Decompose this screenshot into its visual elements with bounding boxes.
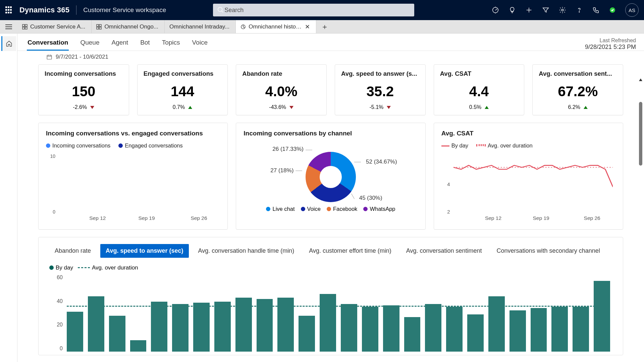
metric-tab-active[interactable]: Avg. speed to answer (sec) bbox=[100, 244, 189, 258]
report-tabs: Conversation Queue Agent Bot Topics Voic… bbox=[27, 35, 208, 51]
menu-toggle[interactable] bbox=[0, 20, 17, 33]
session-tab[interactable]: Omnichannel Intraday... bbox=[165, 20, 236, 33]
svg-point-8 bbox=[579, 12, 580, 12]
kpi-title: Abandon rate bbox=[242, 70, 320, 77]
session-tab[interactable]: Omnichannel Ongo... bbox=[92, 20, 165, 33]
metric-tab[interactable]: Avg. customer effort time (min) bbox=[304, 244, 396, 258]
kpi-title: Incoming conversations bbox=[45, 70, 123, 77]
legend-line-icon bbox=[441, 145, 449, 146]
kpi-value: 4.4 bbox=[440, 83, 518, 100]
bar-chart: 60 40 20 0 bbox=[49, 275, 612, 352]
report-tab-bot[interactable]: Bot bbox=[140, 35, 151, 51]
scroll-thumb[interactable] bbox=[639, 102, 642, 166]
hamburger-icon bbox=[5, 24, 12, 29]
search-input[interactable] bbox=[224, 7, 410, 14]
report-tab-topics[interactable]: Topics bbox=[161, 35, 181, 51]
last-refreshed-label: Last Refreshed bbox=[585, 38, 636, 44]
chart-card-line[interactable]: Avg. CSAT By day Avg. over duration . 4 … bbox=[434, 123, 623, 230]
report-tab-queue[interactable]: Queue bbox=[79, 35, 100, 51]
kpi-title: Avg. conversation sent... bbox=[539, 70, 617, 77]
svg-rect-9 bbox=[22, 24, 24, 26]
scroll-up-icon[interactable] bbox=[639, 78, 642, 81]
tab-label: Omnichannel historical a... bbox=[249, 23, 302, 30]
kpi-row: Incoming conversations 150 -2.6% Engaged… bbox=[38, 64, 623, 115]
plus-icon[interactable] bbox=[525, 6, 533, 14]
report-tab-conversation[interactable]: Conversation bbox=[27, 35, 69, 51]
help-icon[interactable] bbox=[576, 6, 583, 14]
arrow-down-icon bbox=[289, 106, 293, 109]
user-avatar[interactable]: AS bbox=[625, 3, 639, 17]
svg-rect-15 bbox=[97, 27, 99, 29]
svg-rect-16 bbox=[99, 27, 101, 29]
app-launcher-icon[interactable] bbox=[5, 6, 13, 14]
filter-icon[interactable] bbox=[542, 6, 549, 14]
scrollbar[interactable] bbox=[639, 75, 643, 362]
kpi-title: Avg. CSAT bbox=[440, 70, 518, 77]
tab-label: Omnichannel Intraday... bbox=[169, 23, 229, 30]
kpi-card[interactable]: Incoming conversations 150 -2.6% bbox=[38, 64, 129, 115]
topbar: Dynamics 365 Customer Service workspace … bbox=[0, 0, 644, 20]
legend-label: Facebook bbox=[333, 206, 357, 212]
kpi-delta: 6.2% bbox=[539, 104, 617, 110]
metric-tab[interactable]: Abandon rate bbox=[49, 244, 96, 258]
chart-legend: By day Avg. over duration bbox=[441, 142, 615, 149]
report-tab-voice[interactable]: Voice bbox=[192, 35, 208, 51]
chart-title: Avg. CSAT bbox=[441, 130, 615, 137]
slice-label: 26 (17.33%) bbox=[272, 146, 304, 153]
legend-dot-icon bbox=[363, 207, 368, 211]
kpi-card[interactable]: Avg. CSAT 4.4 0.5% bbox=[434, 64, 525, 115]
y-axis: 60 40 20 0 bbox=[49, 275, 63, 352]
y-axis: . 4 2 bbox=[441, 154, 450, 215]
donut-chart: 26 (17.33%) 27 (18%) 52 (34.67%) 45 (30%… bbox=[244, 142, 418, 212]
new-tab-button[interactable]: ＋ bbox=[316, 20, 333, 33]
search-box[interactable] bbox=[213, 4, 414, 16]
session-tab[interactable]: Customer Service A... bbox=[17, 20, 92, 33]
kpi-delta: 0.7% bbox=[144, 104, 222, 110]
session-tab-active[interactable]: Omnichannel historical a... ✕ bbox=[236, 20, 316, 33]
kpi-card[interactable]: Abandon rate 4.0% -43.6% bbox=[236, 64, 327, 115]
legend-dash-icon bbox=[78, 267, 90, 268]
arrow-down-icon bbox=[387, 106, 391, 109]
slice-label: 52 (34.67%) bbox=[366, 159, 397, 165]
target-icon[interactable] bbox=[492, 6, 499, 14]
arrow-up-icon bbox=[485, 106, 489, 109]
metric-tab[interactable]: Avg. conversation sentiment bbox=[401, 244, 487, 258]
kpi-value: 150 bbox=[45, 83, 123, 100]
kpi-card[interactable]: Avg. speed to answer (s... 35.2 -5.1% bbox=[335, 64, 426, 115]
kpi-delta: -5.1% bbox=[341, 104, 419, 110]
dashboard-icon bbox=[22, 24, 28, 29]
phone-icon[interactable] bbox=[592, 6, 600, 14]
metric-tab[interactable]: Avg. conversation handle time (min) bbox=[193, 244, 300, 258]
kpi-card[interactable]: Engaged conversations 144 0.7% bbox=[137, 64, 228, 115]
date-range-picker[interactable]: 9/7/2021 - 10/6/2021 bbox=[17, 51, 644, 64]
calendar-icon bbox=[46, 54, 52, 60]
kpi-card[interactable]: Avg. conversation sent... 67.2% 6.2% bbox=[532, 64, 623, 115]
legend-dot-icon bbox=[301, 207, 305, 211]
app-name: Dynamics 365 bbox=[19, 6, 69, 14]
legend-label: By day bbox=[451, 142, 468, 148]
session-tab-strip: Customer Service A... Omnichannel Ongo..… bbox=[0, 20, 644, 34]
x-axis: Sep 12 Sep 19 Sep 26 bbox=[57, 215, 220, 223]
legend-label: Avg. over duration bbox=[92, 264, 138, 271]
metric-tab[interactable]: Conversations with secondary channel bbox=[491, 244, 605, 258]
report-tab-agent[interactable]: Agent bbox=[111, 35, 129, 51]
legend-label: WhatsApp bbox=[370, 206, 395, 212]
slice-label: 45 (30%) bbox=[359, 195, 382, 201]
home-button[interactable] bbox=[1, 36, 16, 51]
svg-point-0 bbox=[218, 7, 222, 12]
tab-label: Omnichannel Ongo... bbox=[104, 23, 158, 30]
detail-chart-card[interactable]: Abandon rate Avg. speed to answer (sec) … bbox=[38, 237, 623, 355]
gear-icon[interactable] bbox=[559, 6, 566, 14]
chart-card-grouped-bar[interactable]: Incoming conversations vs. engaged conve… bbox=[38, 123, 228, 230]
arrow-down-icon bbox=[90, 106, 94, 109]
lightbulb-icon[interactable] bbox=[508, 6, 516, 14]
close-icon[interactable]: ✕ bbox=[305, 23, 310, 31]
last-refreshed: Last Refreshed 9/28/2021 5:23 PM bbox=[585, 38, 644, 51]
kpi-value: 67.2% bbox=[539, 83, 617, 100]
date-range-text: 9/7/2021 - 10/6/2021 bbox=[56, 54, 108, 60]
legend-dot-icon bbox=[118, 143, 123, 148]
presence-badge[interactable] bbox=[609, 7, 616, 13]
grouped-bar-chart: 100 Sep 12 Sep 19 Sep 26 bbox=[46, 154, 220, 223]
kpi-delta: -2.6% bbox=[45, 104, 123, 110]
chart-card-donut[interactable]: Incoming conversations by channel 26 (17… bbox=[236, 123, 425, 230]
